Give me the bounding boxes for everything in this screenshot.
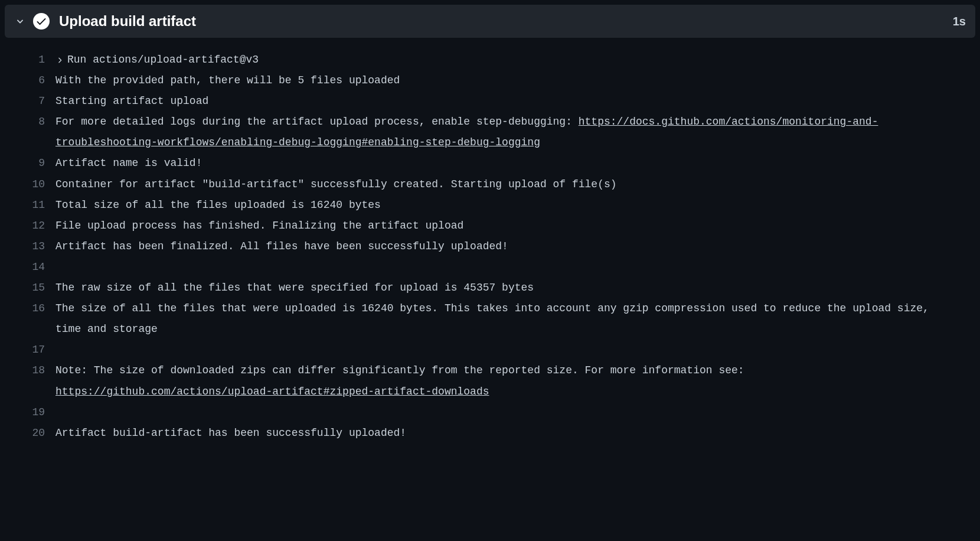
log-text-prefix: Note: The size of downloaded zips can di…	[55, 364, 750, 376]
log-text: The raw size of all the files that were …	[55, 278, 966, 298]
line-number: 1	[14, 50, 55, 70]
log-row: 1Run actions/upload-artifact@v3	[14, 50, 966, 70]
log-text: File upload process has finished. Finali…	[55, 216, 966, 236]
log-row: 14	[14, 257, 966, 278]
log-text: For more detailed logs during the artifa…	[55, 112, 966, 153]
fold-toggle[interactable]: Run actions/upload-artifact@v3	[55, 50, 966, 70]
log-row: 20Artifact build-artifact has been succe…	[14, 423, 966, 444]
line-number: 7	[14, 91, 55, 112]
line-number: 6	[14, 70, 55, 91]
step-duration: 1s	[953, 15, 966, 28]
log-text: Run actions/upload-artifact@v3	[67, 50, 259, 70]
log-row: 6With the provided path, there will be 5…	[14, 70, 966, 91]
log-row: 15The raw size of all the files that wer…	[14, 278, 966, 298]
step-title: Upload build artifact	[59, 13, 953, 30]
line-number: 8	[14, 112, 55, 132]
log-text: With the provided path, there will be 5 …	[55, 70, 966, 91]
log-row: 11Total size of all the files uploaded i…	[14, 195, 966, 216]
log-text-prefix: For more detailed logs during the artifa…	[55, 116, 579, 128]
log-text: Artifact build-artifact has been success…	[55, 423, 966, 444]
line-number: 17	[14, 340, 55, 360]
log-text: Artifact name is valid!	[55, 153, 966, 174]
log-text	[55, 257, 966, 278]
log-text: The size of all the files that were uplo…	[55, 298, 966, 340]
log-text: Container for artifact "build-artifact" …	[55, 174, 966, 195]
caret-right-icon	[55, 56, 64, 64]
log-text: Artifact has been finalized. All files h…	[55, 236, 966, 257]
log-row: 18Note: The size of downloaded zips can …	[14, 360, 966, 402]
step-header[interactable]: Upload build artifact 1s	[5, 5, 975, 38]
line-number: 14	[14, 257, 55, 278]
line-number: 10	[14, 174, 55, 195]
log-text	[55, 340, 966, 360]
log-link[interactable]: https://github.com/actions/upload-artifa…	[55, 386, 489, 397]
log-row: 13Artifact has been finalized. All files…	[14, 236, 966, 257]
line-number: 18	[14, 360, 55, 381]
success-check-icon	[33, 13, 50, 30]
log-row: 9Artifact name is valid!	[14, 153, 966, 174]
line-number: 15	[14, 278, 55, 298]
log-row: 19	[14, 402, 966, 423]
log-row: 16The size of all the files that were up…	[14, 298, 966, 340]
log-text	[55, 402, 966, 423]
log-row: 12File upload process has finished. Fina…	[14, 216, 966, 236]
line-number: 11	[14, 195, 55, 216]
line-number: 9	[14, 153, 55, 174]
chevron-down-icon[interactable]	[14, 15, 26, 27]
log-text: Note: The size of downloaded zips can di…	[55, 360, 966, 402]
log-text: Total size of all the files uploaded is …	[55, 195, 966, 216]
line-number: 16	[14, 298, 55, 319]
log-row: 8For more detailed logs during the artif…	[14, 112, 966, 153]
log-output: 1Run actions/upload-artifact@v36With the…	[5, 38, 975, 444]
line-number: 19	[14, 402, 55, 423]
line-number: 13	[14, 236, 55, 257]
line-number: 20	[14, 423, 55, 444]
log-text: Starting artifact upload	[55, 91, 966, 112]
log-row: 17	[14, 340, 966, 360]
log-row: 7Starting artifact upload	[14, 91, 966, 112]
log-row: 10Container for artifact "build-artifact…	[14, 174, 966, 195]
line-number: 12	[14, 216, 55, 236]
